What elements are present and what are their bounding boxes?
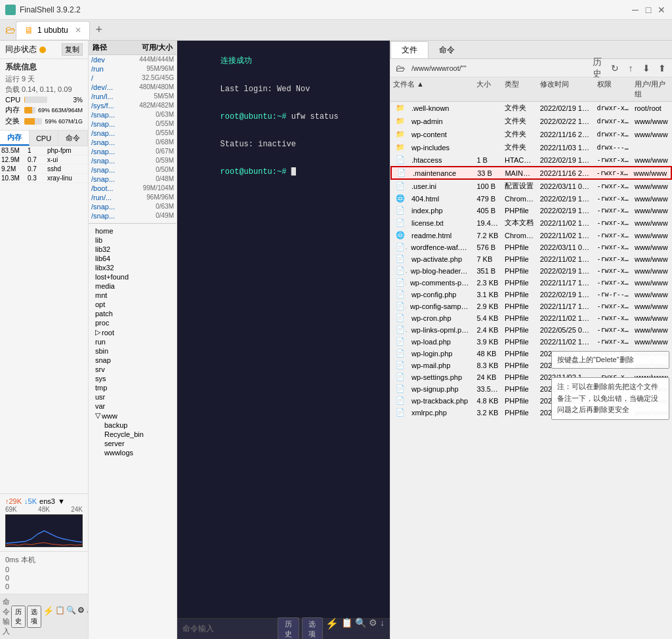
path-row[interactable]: /snap... 0/55M	[89, 119, 177, 129]
tree-item-sbin[interactable]: sbin	[94, 346, 177, 356]
window-controls[interactable]: ─ □ ✕	[630, 5, 667, 15]
fm-download-icon[interactable]: ⬇	[639, 61, 654, 75]
path-row[interactable]: /snap... 0/48M	[89, 175, 177, 184]
path-row[interactable]: /snap... 0/68M	[89, 138, 177, 147]
fm-file-row[interactable]: 📄wp-comments-post.... 2.3 KB PHPfile 202…	[390, 277, 672, 289]
select-button-sidebar[interactable]: 选项	[27, 606, 41, 628]
path-row[interactable]: /run 95M/96M	[89, 64, 177, 73]
fm-file-row[interactable]: 📄wp-load.php 3.9 KB PHPfile 2022/11/02 1…	[390, 336, 672, 348]
fm-file-row[interactable]: 📄wp-blog-header.php 351 B PHPfile 2022/0…	[390, 265, 672, 277]
fm-file-row[interactable]: 📄wp-config-sample.p... 2.9 KB PHPfile 20…	[390, 300, 672, 312]
tree-item-recyclebin[interactable]: Recycle_bin	[103, 430, 177, 439]
fm-col-user[interactable]: 用户/用户组	[632, 79, 672, 99]
path-row[interactable]: /snap... 0/63M	[89, 202, 177, 211]
terminal-command-input[interactable]	[182, 625, 278, 634]
path-row[interactable]: /snap... 0/63M	[89, 110, 177, 119]
fm-file-row[interactable]: 📁wp-content 文件夹 2022/11/16 22:30 drwxr-x…	[390, 128, 672, 141]
path-row[interactable]: /snap... 0/67M	[89, 147, 177, 156]
path-row[interactable]: /snap... 0/55M	[89, 129, 177, 138]
path-row[interactable]: /snap... 0/59M	[89, 156, 177, 165]
tab-command[interactable]: 命令	[58, 131, 88, 146]
search-icon[interactable]: 🔍	[66, 606, 76, 628]
tab-memory[interactable]: 内存	[0, 131, 30, 146]
tree-item-home[interactable]: home	[94, 226, 177, 236]
copy-icon[interactable]: 📋	[55, 606, 65, 628]
proc-row[interactable]: 10.3M 0.3 xray-linu	[0, 174, 88, 183]
folder-nav-icon[interactable]: 🗁	[5, 24, 16, 36]
select-btn[interactable]: 选项	[302, 617, 324, 640]
tree-item-mnt[interactable]: mnt	[94, 291, 177, 300]
fm-file-row[interactable]: 📁.well-known 文件夹 2022/02/19 17:42 drwxr-…	[390, 102, 672, 115]
tree-item-tmp[interactable]: tmp	[94, 383, 177, 392]
copy-button[interactable]: 复制	[62, 43, 83, 56]
path-row[interactable]: /run/... 96M/96M	[89, 193, 177, 202]
expand-btn[interactable]: ↓	[380, 617, 385, 640]
fm-upload-icon[interactable]: ⬆	[655, 61, 669, 75]
maximize-button[interactable]: □	[643, 5, 654, 15]
path-row[interactable]: /dev/... 480M/480M	[89, 83, 177, 92]
tree-item-usr[interactable]: usr	[94, 392, 177, 402]
fm-col-perm[interactable]: 权限	[595, 79, 632, 99]
path-row[interactable]: /dev 444M/444M	[89, 55, 177, 64]
tree-item-opt[interactable]: opt	[94, 300, 177, 309]
path-row[interactable]: /sys/f... 482M/482M	[89, 101, 177, 110]
fm-file-row[interactable]: 📄.htaccess 1 B HTACCES... 2022/02/19 17:…	[390, 154, 672, 166]
fm-col-type[interactable]: 类型	[502, 79, 537, 99]
tree-item-sys[interactable]: sys	[94, 374, 177, 383]
settings-icon[interactable]: ⚙	[77, 606, 85, 628]
tree-item-www[interactable]: ▽www	[94, 411, 177, 421]
new-tab-button[interactable]: +	[90, 21, 108, 39]
fm-file-row[interactable]: 📄wp-cron.php 5.4 KB PHPfile 2022/11/02 1…	[390, 312, 672, 324]
path-row[interactable]: / 32.5G/45G	[89, 73, 177, 83]
fm-col-mtime[interactable]: 修改时间	[537, 79, 595, 99]
fm-file-row[interactable]: 📄license.txt 19.4 KB 文本文档 2022/11/02 10:…	[390, 216, 672, 230]
fm-file-row[interactable]: 🌐readme.html 7.2 KB Chrome ... 2022/11/0…	[390, 230, 672, 241]
fm-nav-folder-icon[interactable]: 🗁	[393, 61, 408, 75]
path-row[interactable]: /snap... 0/49M	[89, 211, 177, 220]
tree-item-media[interactable]: media	[94, 281, 177, 291]
fm-file-row[interactable]: 🌐404.html 479 B Chrome ... 2022/02/19 17…	[390, 193, 672, 205]
path-row[interactable]: /run/l... 5M/5M	[89, 92, 177, 101]
fm-file-row[interactable]: 📄.maintenance 33 B MAINTE... 2022/11/16 …	[390, 166, 672, 180]
lightning-btn[interactable]: ⚡	[326, 617, 339, 640]
tree-item-lib[interactable]: lib	[94, 236, 177, 245]
fm-tab-files[interactable]: 文件	[390, 41, 429, 58]
lightning-icon[interactable]: ⚡	[43, 606, 54, 628]
proc-row[interactable]: 9.2M 0.7 sshd	[0, 165, 88, 174]
tab-ubuntu[interactable]: 🖥 1 ububtu ✕	[16, 21, 90, 39]
history-button-sidebar[interactable]: 历史	[11, 606, 26, 628]
tree-item-lib64[interactable]: lib64	[94, 254, 177, 263]
tree-item-backup[interactable]: backup	[103, 421, 177, 430]
tree-item-lib32[interactable]: lib32	[94, 245, 177, 254]
fm-file-row[interactable]: 📁wp-includes 文件夹 2022/11/03 10:57 drwx--…	[390, 141, 672, 154]
tree-item-server[interactable]: server	[103, 439, 177, 448]
history-btn[interactable]: 历史	[278, 617, 299, 640]
fm-col-name[interactable]: 文件名 ▲	[390, 79, 474, 99]
tree-item-lostfound[interactable]: lost+found	[94, 272, 177, 281]
settings-btn2[interactable]: ⚙	[369, 617, 377, 640]
tab-close-icon[interactable]: ✕	[75, 26, 81, 35]
minimize-button[interactable]: ─	[630, 5, 640, 15]
tree-item-wwwlogs[interactable]: wwwlogs	[103, 448, 177, 457]
close-button[interactable]: ✕	[656, 5, 667, 15]
proc-row[interactable]: 12.9M 0.7 x-ui	[0, 155, 88, 165]
path-row[interactable]: /boot... 99M/104M	[89, 184, 177, 193]
fm-up-icon[interactable]: ↑	[623, 61, 638, 75]
net-dropdown-icon[interactable]: ▼	[58, 497, 65, 505]
fm-file-row[interactable]: 📁wp-admin 文件夹 2022/02/22 14:55 drwxr-xr-…	[390, 115, 672, 128]
tree-item-proc[interactable]: proc	[94, 318, 177, 327]
fm-col-size[interactable]: 大小	[474, 79, 502, 99]
tree-item-var[interactable]: var	[94, 402, 177, 411]
tree-item-run[interactable]: run	[94, 337, 177, 346]
fm-history-btn[interactable]: 历史	[592, 61, 606, 75]
fm-file-row[interactable]: 📄index.php 405 B PHPfile 2022/02/19 17:3…	[390, 205, 672, 216]
fm-tab-commands[interactable]: 命令	[429, 42, 465, 58]
proc-row[interactable]: 83.5M 1 php-fpm	[0, 146, 88, 155]
tab-cpu[interactable]: CPU	[30, 131, 59, 146]
tree-item-patch[interactable]: patch	[94, 309, 177, 318]
tree-item-libx32[interactable]: libx32	[94, 263, 177, 272]
tree-item-snap[interactable]: snap	[94, 356, 177, 365]
fm-file-row[interactable]: 📄wp-config.php 3.1 KB PHPfile 2022/02/19…	[390, 289, 672, 300]
fm-refresh-icon[interactable]: ↻	[608, 61, 622, 75]
fm-file-row[interactable]: 📄wp-activate.php 7 KB PHPfile 2022/11/02…	[390, 253, 672, 265]
